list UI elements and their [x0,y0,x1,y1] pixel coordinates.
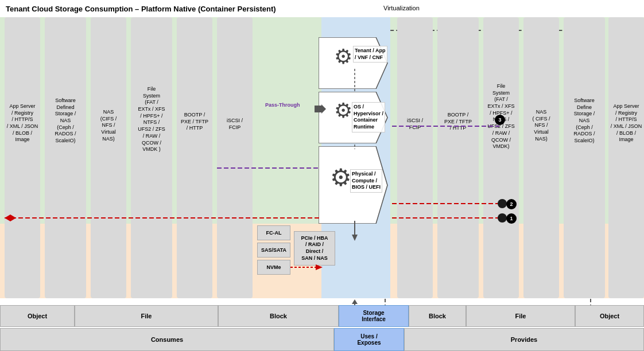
fc-al-box: FC-AL [257,225,290,240]
tenant-app-label: Tenant / App/ VNF / CNF [353,46,387,63]
bottom-cell-object-left: Object [0,305,75,327]
svg-marker-5 [352,235,358,241]
bottom-cell-provides: Provides [404,328,644,351]
svg-marker-7 [352,299,358,304]
col-strip-iscsi-left [217,17,253,298]
bottom-cell-consumes: Consumes [0,328,334,351]
physical-label: Physical /Compute /BIOS / UEFI [350,169,382,193]
bottom-row2: Consumes Uses /Exposes Provides [0,328,644,351]
gear-icon-tenant: ⚙ [334,45,352,69]
nvme-box: NVMe [257,260,290,275]
page-title: Tenant Cloud Storage Consumption – Platf… [6,5,276,13]
bottom-cell-file-right: File [466,305,575,327]
number-circle-1: 1 [506,213,517,224]
number-circle-2: 2 [506,199,517,209]
col-text-nas-left: NAS(CIFS /NFS /VirtualNAS) [91,109,126,142]
col-strip-iscsi-right [397,17,433,298]
diagram-container: Tenant Cloud Storage Consumption – Platf… [0,0,644,351]
svg-marker-3 [315,104,326,114]
col-strip-sds-right [564,17,605,298]
col-text-filesystem-left: FileSystem(FAT /EXTx / XFS/ HPFS+ /NTFS … [131,86,172,153]
col-text-iscsi-right: iSCSI /FCIP [397,118,433,131]
gear-icon-os: ⚙ [334,99,352,123]
col-text-bootp-right: BOOTP /PXE / TFTP/ HTTP [437,112,479,132]
pass-through-label: Pass-Through [265,102,300,108]
number-circle-3: 3 [495,115,505,125]
sas-sata-box: SAS/SATA [257,243,290,258]
col-strip-bootp-right [437,17,479,298]
main-area: Virtualization App Server/ Registry/ HTT… [0,17,644,298]
bottom-cell-block-right: Block [409,305,466,327]
bottom-row1: Object File Block StorageInterface Block… [0,305,644,327]
bottom-cell-block-left: Block [218,305,339,327]
col-strip-nas-left [91,17,126,298]
bottom-cell-uses-exposes: Uses /Exposes [334,328,404,351]
col-strip-nas-right [523,17,559,298]
col-strip-filesystem-right [483,17,519,298]
os-hypervisor-label: OS /Hypervisor /ContainerRuntime [352,102,385,132]
col-strip-app-server-right [608,17,644,298]
down-arrow-physical [349,221,360,241]
col-text-bootp-left: BOOTP /PXE / TFTP/ HTTP [177,112,212,132]
gear-icon-physical: ⚙ [330,163,352,192]
col-text-nas-right: NAS( CIFS /NFS /VirtualNAS) [523,109,559,142]
col-text-iscsi-left: iSCSI /FCIP [217,118,253,131]
virtualization-label: Virtualization [383,5,420,11]
col-text-app-server-left: App Server/ Registry/ HTTP/S/ XML / JSON… [5,103,40,143]
col-strip-filesystem-left [131,17,172,298]
col-text-app-server-right: App Server/ Registry/ HTTP/S/ XML / JSON… [608,103,644,143]
col-strip-app-server-left [5,17,40,298]
col-strip-sds-left [45,17,86,298]
col-text-sds-right: SoftwareDefineStorage /NAS(Ceph /RADOS /… [564,98,605,145]
bottom-cell-file-left: File [75,305,218,327]
col-text-sds-left: SoftwareDefinedStorage /NAS(Ceph /RADOS … [45,98,86,145]
svg-marker-0 [319,37,387,89]
tenant-pentagon-shape [319,37,393,89]
pass-through-arrow-icon [315,104,326,115]
bottom-cell-object-right: Object [575,305,644,327]
col-strip-bootp-left [177,17,212,298]
bottom-cell-storage-interface: StorageInterface [339,305,409,327]
pcie-hba-box: PCIe / HBA/ RAID /Direct /SAN / NAS [294,231,335,266]
